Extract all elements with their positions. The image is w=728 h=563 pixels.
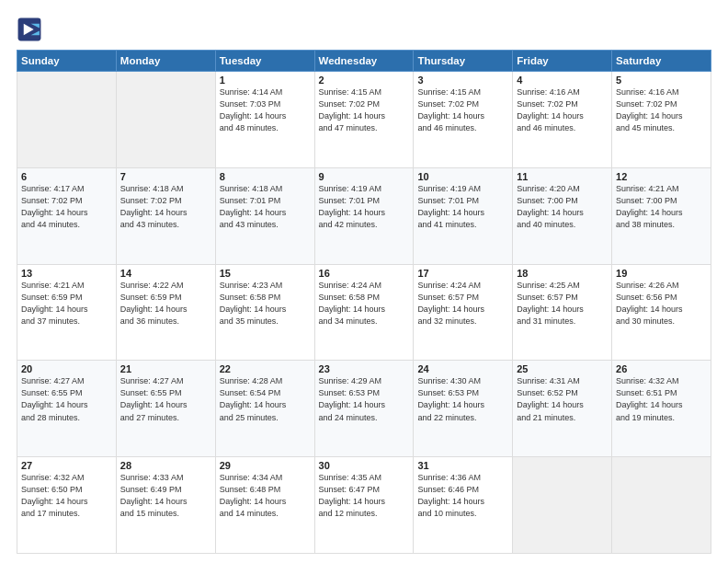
calendar-cell: 29Sunrise: 4:34 AM Sunset: 6:48 PM Dayli… <box>215 457 314 554</box>
day-info: Sunrise: 4:15 AM Sunset: 7:02 PM Dayligh… <box>417 86 508 134</box>
day-number: 1 <box>220 75 311 86</box>
day-number: 2 <box>319 75 410 86</box>
calendar-cell: 3Sunrise: 4:15 AM Sunset: 7:02 PM Daylig… <box>414 72 513 168</box>
calendar-cell: 30Sunrise: 4:35 AM Sunset: 6:47 PM Dayli… <box>314 457 414 554</box>
calendar-cell: 10Sunrise: 4:19 AM Sunset: 7:01 PM Dayli… <box>414 167 513 264</box>
day-info: Sunrise: 4:27 AM Sunset: 6:55 PM Dayligh… <box>21 375 112 423</box>
day-info: Sunrise: 4:15 AM Sunset: 7:02 PM Dayligh… <box>319 86 410 134</box>
day-number: 26 <box>616 363 707 374</box>
day-header-friday: Friday <box>513 51 612 72</box>
day-info: Sunrise: 4:33 AM Sunset: 6:49 PM Dayligh… <box>120 472 211 520</box>
day-number: 5 <box>616 75 707 86</box>
calendar-cell: 1Sunrise: 4:14 AM Sunset: 7:03 PM Daylig… <box>215 72 314 168</box>
day-info: Sunrise: 4:22 AM Sunset: 6:59 PM Dayligh… <box>120 280 211 327</box>
calendar-header-row: SundayMondayTuesdayWednesdayThursdayFrid… <box>17 51 711 72</box>
calendar-cell: 25Sunrise: 4:31 AM Sunset: 6:52 PM Dayli… <box>513 361 612 457</box>
calendar-cell: 2Sunrise: 4:15 AM Sunset: 7:02 PM Daylig… <box>314 72 414 168</box>
day-info: Sunrise: 4:21 AM Sunset: 7:00 PM Dayligh… <box>616 183 707 231</box>
calendar-cell: 28Sunrise: 4:33 AM Sunset: 6:49 PM Dayli… <box>116 457 215 554</box>
calendar-cell: 27Sunrise: 4:32 AM Sunset: 6:50 PM Dayli… <box>17 457 117 554</box>
day-number: 4 <box>517 75 608 86</box>
day-info: Sunrise: 4:34 AM Sunset: 6:48 PM Dayligh… <box>220 472 311 520</box>
day-info: Sunrise: 4:35 AM Sunset: 6:47 PM Dayligh… <box>319 472 410 520</box>
calendar-cell: 15Sunrise: 4:23 AM Sunset: 6:58 PM Dayli… <box>215 264 314 361</box>
day-number: 10 <box>417 171 508 182</box>
day-number: 22 <box>220 363 311 374</box>
day-number: 21 <box>120 363 211 374</box>
day-info: Sunrise: 4:20 AM Sunset: 7:00 PM Dayligh… <box>517 183 608 231</box>
day-header-wednesday: Wednesday <box>314 51 414 72</box>
day-info: Sunrise: 4:18 AM Sunset: 7:01 PM Dayligh… <box>220 183 311 231</box>
day-number: 29 <box>220 460 311 471</box>
day-number: 14 <box>120 268 211 279</box>
logo-icon <box>17 17 42 42</box>
day-number: 24 <box>417 363 508 374</box>
calendar-cell: 4Sunrise: 4:16 AM Sunset: 7:02 PM Daylig… <box>513 72 612 168</box>
day-number: 7 <box>120 171 211 182</box>
day-number: 15 <box>220 268 311 279</box>
day-info: Sunrise: 4:24 AM Sunset: 6:58 PM Dayligh… <box>319 280 410 327</box>
calendar-cell: 17Sunrise: 4:24 AM Sunset: 6:57 PM Dayli… <box>414 264 513 361</box>
calendar-week-1: 1Sunrise: 4:14 AM Sunset: 7:03 PM Daylig… <box>17 72 711 168</box>
calendar-cell: 6Sunrise: 4:17 AM Sunset: 7:02 PM Daylig… <box>17 167 117 264</box>
day-header-sunday: Sunday <box>17 51 117 72</box>
day-info: Sunrise: 4:31 AM Sunset: 6:52 PM Dayligh… <box>517 375 608 423</box>
calendar-cell <box>612 457 711 554</box>
calendar-cell: 24Sunrise: 4:30 AM Sunset: 6:53 PM Dayli… <box>414 361 513 457</box>
day-info: Sunrise: 4:16 AM Sunset: 7:02 PM Dayligh… <box>616 86 707 134</box>
day-number: 17 <box>417 268 508 279</box>
day-header-thursday: Thursday <box>414 51 513 72</box>
day-info: Sunrise: 4:19 AM Sunset: 7:01 PM Dayligh… <box>319 183 410 231</box>
day-info: Sunrise: 4:18 AM Sunset: 7:02 PM Dayligh… <box>120 183 211 231</box>
day-info: Sunrise: 4:14 AM Sunset: 7:03 PM Dayligh… <box>220 86 311 134</box>
calendar-cell: 19Sunrise: 4:26 AM Sunset: 6:56 PM Dayli… <box>612 264 711 361</box>
day-number: 8 <box>220 171 311 182</box>
day-info: Sunrise: 4:32 AM Sunset: 6:50 PM Dayligh… <box>21 472 112 520</box>
calendar-cell: 31Sunrise: 4:36 AM Sunset: 6:46 PM Dayli… <box>414 457 513 554</box>
calendar-cell: 8Sunrise: 4:18 AM Sunset: 7:01 PM Daylig… <box>215 167 314 264</box>
day-number: 19 <box>616 268 707 279</box>
day-info: Sunrise: 4:26 AM Sunset: 6:56 PM Dayligh… <box>616 280 707 327</box>
day-info: Sunrise: 4:19 AM Sunset: 7:01 PM Dayligh… <box>417 183 508 231</box>
calendar-cell <box>116 72 215 168</box>
calendar-cell: 26Sunrise: 4:32 AM Sunset: 6:51 PM Dayli… <box>612 361 711 457</box>
day-info: Sunrise: 4:25 AM Sunset: 6:57 PM Dayligh… <box>517 280 608 327</box>
day-number: 30 <box>319 460 410 471</box>
day-info: Sunrise: 4:29 AM Sunset: 6:53 PM Dayligh… <box>319 375 410 423</box>
day-header-monday: Monday <box>116 51 215 72</box>
day-header-tuesday: Tuesday <box>215 51 314 72</box>
day-info: Sunrise: 4:16 AM Sunset: 7:02 PM Dayligh… <box>517 86 608 134</box>
day-number: 11 <box>517 171 608 182</box>
day-info: Sunrise: 4:24 AM Sunset: 6:57 PM Dayligh… <box>417 280 508 327</box>
calendar-body: 1Sunrise: 4:14 AM Sunset: 7:03 PM Daylig… <box>17 72 711 554</box>
day-info: Sunrise: 4:36 AM Sunset: 6:46 PM Dayligh… <box>417 472 508 520</box>
day-info: Sunrise: 4:27 AM Sunset: 6:55 PM Dayligh… <box>120 375 211 423</box>
calendar-cell: 5Sunrise: 4:16 AM Sunset: 7:02 PM Daylig… <box>612 72 711 168</box>
calendar-cell: 22Sunrise: 4:28 AM Sunset: 6:54 PM Dayli… <box>215 361 314 457</box>
day-number: 13 <box>21 268 112 279</box>
day-number: 20 <box>21 363 112 374</box>
calendar-cell: 12Sunrise: 4:21 AM Sunset: 7:00 PM Dayli… <box>612 167 711 264</box>
calendar-table: SundayMondayTuesdayWednesdayThursdayFrid… <box>17 50 711 554</box>
header <box>17 17 711 42</box>
day-number: 12 <box>616 171 707 182</box>
day-info: Sunrise: 4:30 AM Sunset: 6:53 PM Dayligh… <box>417 375 508 423</box>
day-number: 18 <box>517 268 608 279</box>
calendar-cell: 16Sunrise: 4:24 AM Sunset: 6:58 PM Dayli… <box>314 264 414 361</box>
day-number: 28 <box>120 460 211 471</box>
day-number: 31 <box>417 460 508 471</box>
day-number: 9 <box>319 171 410 182</box>
day-number: 23 <box>319 363 410 374</box>
page: SundayMondayTuesdayWednesdayThursdayFrid… <box>0 0 728 563</box>
calendar-cell <box>513 457 612 554</box>
day-info: Sunrise: 4:17 AM Sunset: 7:02 PM Dayligh… <box>21 183 112 231</box>
calendar-cell: 13Sunrise: 4:21 AM Sunset: 6:59 PM Dayli… <box>17 264 117 361</box>
day-info: Sunrise: 4:32 AM Sunset: 6:51 PM Dayligh… <box>616 375 707 423</box>
logo <box>17 17 46 42</box>
day-number: 3 <box>417 75 508 86</box>
day-info: Sunrise: 4:23 AM Sunset: 6:58 PM Dayligh… <box>220 280 311 327</box>
calendar-cell: 20Sunrise: 4:27 AM Sunset: 6:55 PM Dayli… <box>17 361 117 457</box>
day-number: 25 <box>517 363 608 374</box>
calendar-week-5: 27Sunrise: 4:32 AM Sunset: 6:50 PM Dayli… <box>17 457 711 554</box>
calendar-week-4: 20Sunrise: 4:27 AM Sunset: 6:55 PM Dayli… <box>17 361 711 457</box>
